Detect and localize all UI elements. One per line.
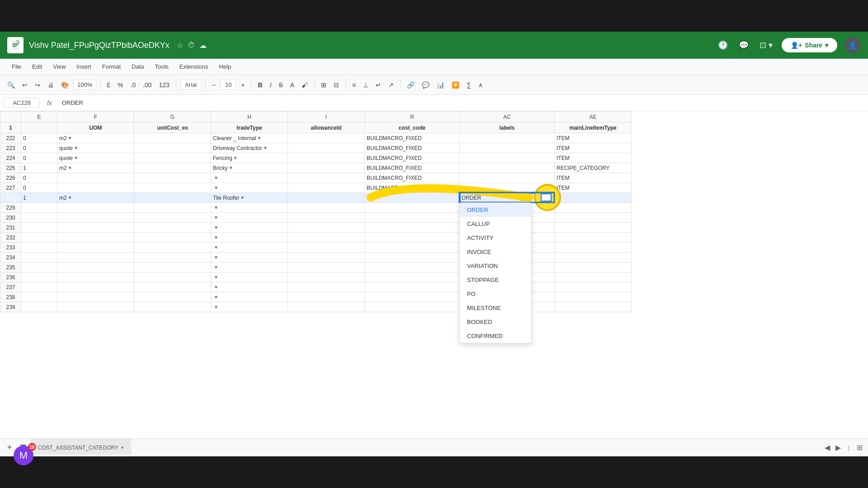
cell-H-225[interactable]: Bricky▼ xyxy=(211,163,288,173)
cell-R-225[interactable]: BUILDMACRO_FIXED xyxy=(365,163,460,173)
dropdown-popup[interactable]: ORDERCALLUPACTIVITYINVOICEVARIATIONSTOPP… xyxy=(459,202,532,343)
link-btn[interactable]: 🔗 xyxy=(404,80,417,90)
merge-btn[interactable]: ⊟ xyxy=(331,80,342,90)
cell-R-230[interactable] xyxy=(365,213,460,223)
text-color-btn[interactable]: A xyxy=(288,80,297,90)
cell-E-228[interactable]: 1 xyxy=(21,193,57,203)
number-format-btn[interactable]: 123 xyxy=(156,80,172,90)
cell-G-225[interactable] xyxy=(134,163,211,173)
cell-H-233[interactable]: ▼ xyxy=(211,243,288,253)
col-header-H[interactable]: H xyxy=(211,112,288,122)
menu-file[interactable]: File xyxy=(7,61,26,72)
dropdown-option-invoice[interactable]: INVOICE xyxy=(460,245,531,259)
cell-AC-228[interactable]: ORDER xyxy=(460,193,555,203)
cell-I-232[interactable] xyxy=(288,233,365,243)
cell-R-228[interactable] xyxy=(365,193,460,203)
col-header-AC[interactable]: AC xyxy=(460,112,555,122)
search-icon[interactable]: 🔍 xyxy=(5,80,18,90)
cell-AE-234[interactable] xyxy=(555,253,632,263)
paint-format-icon[interactable]: 🎨 xyxy=(58,80,71,90)
menu-extensions[interactable]: Extensions xyxy=(175,61,213,72)
notification-badge[interactable]: M 18 xyxy=(14,446,33,456)
cell-F-225[interactable]: m2▼ xyxy=(57,163,134,173)
cell-AE-222[interactable]: ITEM xyxy=(555,133,632,143)
cell-R-222[interactable]: BUILDMACRO_FIXED xyxy=(365,133,460,143)
cell-E-235[interactable] xyxy=(21,263,57,272)
cell-I-231[interactable] xyxy=(288,223,365,233)
cell-I-233[interactable] xyxy=(288,243,365,253)
cell-G-236[interactable] xyxy=(134,272,211,282)
cell-F-224[interactable]: quote▼ xyxy=(57,153,134,163)
cell-H-239[interactable]: ▼ xyxy=(211,302,288,312)
history-icon[interactable]: ⏱ xyxy=(188,41,195,50)
cell-H-227[interactable]: ▼ xyxy=(211,183,288,193)
cell-R-224[interactable]: BUILDMACRO_FIXED xyxy=(365,153,460,163)
cell-F-236[interactable] xyxy=(57,272,134,282)
cell-I-239[interactable] xyxy=(288,302,365,312)
cell-R-229[interactable] xyxy=(365,203,460,213)
cell-H-235[interactable]: ▼ xyxy=(211,263,288,272)
menu-tools[interactable]: Tools xyxy=(150,61,173,72)
strikethrough-btn[interactable]: S xyxy=(276,80,285,90)
row-num-233[interactable]: 233 xyxy=(0,243,21,253)
cell-AC-224[interactable] xyxy=(460,153,555,163)
cell-I-236[interactable] xyxy=(288,272,365,282)
row-num-225[interactable]: 225 xyxy=(0,163,21,173)
cell-AC-227[interactable] xyxy=(460,183,555,193)
redo-icon[interactable]: ↪ xyxy=(32,80,43,90)
cell-AC-225[interactable] xyxy=(460,163,555,173)
sheet-tab-selection-question[interactable]: SELECTION_QUESTION▾ xyxy=(30,438,132,441)
cell-F-227[interactable] xyxy=(57,183,134,193)
cell-I-238[interactable] xyxy=(288,292,365,302)
cell-R-227[interactable]: BUILDMACRO_FIXED xyxy=(365,183,460,193)
cell-E-226[interactable]: 0 xyxy=(21,173,57,183)
cell-F-232[interactable] xyxy=(57,233,134,243)
row-num-230[interactable]: 230 xyxy=(0,213,21,223)
comments-history-icon[interactable]: 🕐 xyxy=(716,38,730,52)
cell-E-223[interactable]: 0 xyxy=(21,143,57,153)
grid-container[interactable]: E F G H I R AC AE 1 UOM unitCost_ex xyxy=(0,111,868,438)
col-header-F[interactable]: F xyxy=(57,112,134,122)
cell-G-229[interactable] xyxy=(134,203,211,213)
cell-E-233[interactable] xyxy=(21,243,57,253)
font-selector[interactable]: Arial xyxy=(180,80,202,90)
cell-reference[interactable]: AC228 xyxy=(4,98,40,108)
cell-AC-222[interactable] xyxy=(460,133,555,143)
col-header-E[interactable]: E xyxy=(21,112,57,122)
cell-G-223[interactable] xyxy=(134,143,211,153)
highlight-color-btn[interactable]: 🖌 xyxy=(299,80,311,90)
align-btn[interactable]: ≡ xyxy=(349,80,359,90)
cell-E-234[interactable] xyxy=(21,253,57,263)
cell-I-230[interactable] xyxy=(288,213,365,223)
cell-I-237[interactable] xyxy=(288,282,365,292)
cloud-icon[interactable]: ☁ xyxy=(199,41,207,50)
dropdown-option-stoppage[interactable]: STOPPAGE xyxy=(460,273,531,287)
row-num-237[interactable]: 237 xyxy=(0,282,21,292)
sheet-tab-cost-assistant-category[interactable]: COST_ASSISTANT_CATEGORY▾ xyxy=(30,441,132,454)
cell-R-223[interactable]: BUILDMACRO_FIXED xyxy=(365,143,460,153)
cell-G-239[interactable] xyxy=(134,302,211,312)
col-header-R[interactable]: R xyxy=(365,112,460,122)
cell-I-229[interactable] xyxy=(288,203,365,213)
cell-F-222[interactable]: m2▼ xyxy=(57,133,134,143)
cell-H-228[interactable]: Tile Roofer▼ xyxy=(211,193,288,203)
cell-R-233[interactable] xyxy=(365,243,460,253)
cell-H-231[interactable]: ▼ xyxy=(211,223,288,233)
chat-icon[interactable]: 💬 xyxy=(737,38,750,52)
user-avatar[interactable]: 👤 xyxy=(844,37,861,53)
cell-E-224[interactable]: 0 xyxy=(21,153,57,163)
cell-I-226[interactable] xyxy=(288,173,365,183)
row-num-236[interactable]: 236 xyxy=(0,272,21,282)
row-num-222[interactable]: 222 xyxy=(0,133,21,143)
cell-F-231[interactable] xyxy=(57,223,134,233)
decimal-more-btn[interactable]: .00 xyxy=(140,80,154,90)
cell-E-225[interactable]: 1 xyxy=(21,163,57,173)
tab-scroll-left[interactable]: ◀ xyxy=(823,442,832,453)
cell-G-237[interactable] xyxy=(134,282,211,292)
valign-btn[interactable]: ⊥ xyxy=(360,80,371,90)
cell-AE-229[interactable] xyxy=(555,203,632,213)
cell-F-229[interactable] xyxy=(57,203,134,213)
cell-AE-223[interactable]: ITEM xyxy=(555,143,632,153)
decimal-less-btn[interactable]: .0 xyxy=(128,80,139,90)
cell-I-234[interactable] xyxy=(288,253,365,263)
